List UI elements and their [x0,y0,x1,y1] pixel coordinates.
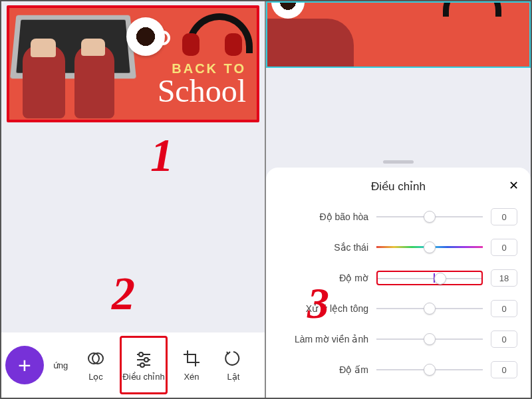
row-label: Làm mờ viền ảnh [295,334,368,344]
row-label: Độ bão hòa [319,211,368,222]
adjust-screen: Điều chỉnh ✕ 3 Độ bão hòa 0 Sắc thái 0 Đ… [266,1,531,398]
sheet-grabber[interactable] [383,160,414,164]
slider-saturation[interactable] [376,213,483,220]
fab-add-button[interactable]: + [5,346,44,384]
adjust-row-blur: Độ mờ 18 [279,269,517,287]
value-box[interactable]: 0 [491,331,517,348]
value-box[interactable]: 0 [491,239,517,256]
close-button[interactable]: ✕ [509,178,519,193]
svg-point-5 [144,358,148,362]
toolbar-item-flip[interactable]: Lật [215,336,251,394]
toolbar-item-effects[interactable]: ứng [49,336,72,394]
toolbar-item-adjust[interactable]: Điều chỉnh [120,336,168,394]
row-label: Sắc thái [334,242,368,253]
banner-line2: School [158,76,246,105]
slider-blur[interactable] [376,271,483,285]
headphones-illustration [436,1,509,24]
slider-xprocess[interactable] [376,305,483,312]
toolbar-item-crop[interactable]: Xén [168,336,215,394]
flip-icon [224,349,243,368]
slider-warmth[interactable] [376,366,483,373]
svg-point-7 [140,363,144,367]
editor-screen: BACK TO School 1 2 + ứng Lọc Điều chỉ [1,1,266,398]
overlap-circles-icon [86,349,105,368]
crop-icon [182,349,201,368]
bottom-toolbar: + ứng Lọc Điều chỉnh Xén [1,332,265,398]
adjust-row-hue: Sắc thái 0 [279,239,517,256]
adjust-row-warmth: Độ ấm 0 [279,361,517,378]
adjust-panel: Điều chỉnh ✕ 3 Độ bão hòa 0 Sắc thái 0 Đ… [266,168,531,399]
coffee-cup-illustration [126,17,165,56]
toolbar-label: Điều chỉnh [122,372,164,382]
coffee-cup-illustration [271,1,305,19]
sliders-icon [134,349,153,368]
canvas-preview[interactable] [266,1,531,68]
slider-hue[interactable] [376,244,483,251]
row-label: Xử lý lệch tông [306,303,368,314]
svg-point-3 [139,352,143,356]
toolbar-item-filter[interactable]: Lọc [72,336,120,394]
row-label: Độ mờ [339,273,368,283]
adjust-row-vignette: Làm mờ viền ảnh 0 [279,331,517,348]
hand-illustration [23,45,65,118]
toolbar-label: Lọc [88,372,103,382]
toolbar-label: ứng [53,360,68,370]
banner-text: BACK TO School [158,61,246,105]
toolbar-label: Lật [227,372,240,382]
canvas-image[interactable]: BACK TO School [7,5,259,122]
toolbar-label: Xén [184,372,199,382]
hand-illustration [74,45,114,118]
adjust-row-xprocess: Xử lý lệch tông 0 [279,300,517,317]
panel-title: Điều chỉnh [279,180,517,194]
slider-vignette[interactable] [376,336,483,342]
arm-illustration [267,19,354,68]
blank-area [266,68,531,168]
headphones-illustration [180,9,253,56]
annotation-1: 1 [150,129,174,182]
value-box[interactable]: 18 [491,269,517,287]
value-box[interactable]: 0 [491,300,517,317]
value-box[interactable]: 0 [491,208,517,225]
adjust-row-saturation: Độ bão hòa 0 [279,208,517,225]
annotation-2: 2 [112,267,135,321]
value-box[interactable]: 0 [491,361,517,378]
row-label: Độ ấm [339,364,368,375]
